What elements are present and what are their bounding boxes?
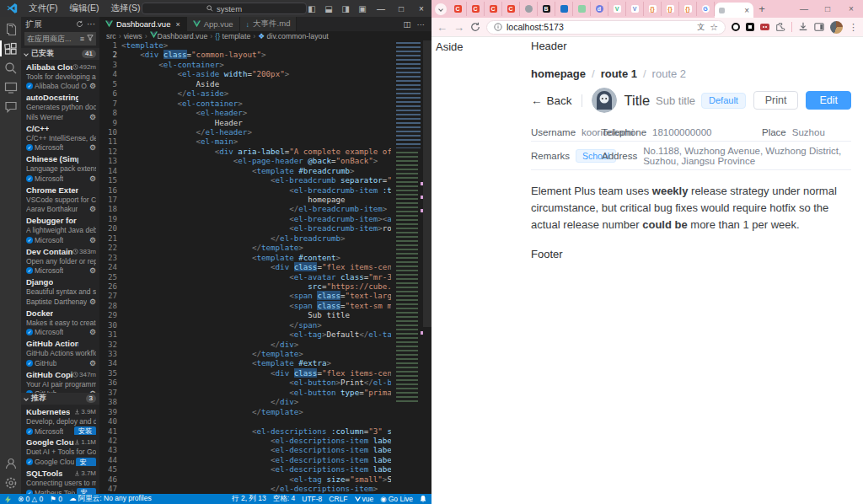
- browser-tab[interactable]: V: [608, 2, 626, 16]
- code-line[interactable]: 5 Aside: [99, 79, 391, 88]
- address-bar[interactable]: localhost:5173 文 ☆: [486, 20, 726, 35]
- profile-avatar[interactable]: [830, 21, 843, 34]
- browser-tab[interactable]: B: [538, 2, 555, 16]
- code-line[interactable]: 36 <el-button>Print</el-button>: [99, 378, 391, 387]
- reload-icon[interactable]: [470, 22, 480, 32]
- code-line[interactable]: 2 <div class="common-layout">: [99, 50, 391, 59]
- editor-tab[interactable]: App.vue: [187, 17, 240, 31]
- refresh-icon[interactable]: [76, 20, 83, 28]
- breadcrumb-item[interactable]: homepage: [531, 67, 586, 80]
- code-line[interactable]: 44 <el-descriptions-item label="Place">S…: [99, 455, 391, 464]
- code-line[interactable]: 6 </el-aside>: [99, 88, 391, 98]
- extension-item[interactable]: Dev Containers383mOpen any folder or rep…: [21, 244, 99, 276]
- extension-item[interactable]: GitHub Copilot347mYour AI pair programme…: [21, 367, 99, 393]
- toggle-secondary-sidebar-icon[interactable]: ◨: [337, 4, 354, 13]
- code-line[interactable]: 4 <el-aside width="200px">: [99, 69, 391, 78]
- activity-search-icon[interactable]: [0, 58, 21, 78]
- back-icon[interactable]: ←: [437, 21, 448, 34]
- extension-item[interactable]: Kubernetes3.9MDevelop, deploy and d...✓M…: [21, 405, 99, 436]
- extension-gear-icon[interactable]: ⚙: [89, 298, 96, 306]
- extension-item[interactable]: DjangoBeautiful syntax and sc...Baptiste…: [21, 275, 99, 306]
- eol-status[interactable]: CRLF: [329, 495, 347, 503]
- code-line[interactable]: 10 </el-header>: [99, 127, 391, 137]
- install-button[interactable]: 安装: [74, 426, 96, 435]
- browser-tab[interactable]: [520, 2, 538, 16]
- breadcrumb-item[interactable]: ❖ div.common-layout: [258, 32, 329, 40]
- extension-gear-icon[interactable]: ⚙: [89, 113, 96, 121]
- code-line[interactable]: 24 <div class="flex items-center">: [99, 262, 391, 271]
- code-line[interactable]: 13 <el-page-header @back="onBack">: [99, 156, 391, 165]
- activity-chat-icon[interactable]: [0, 97, 21, 116]
- code-line[interactable]: 21 </el-breadcrumb>: [99, 233, 391, 243]
- editor-tab[interactable]: ↓大事件.md: [240, 17, 297, 31]
- side-panel-icon[interactable]: [814, 22, 824, 32]
- editor-scrollbar[interactable]: [423, 40, 432, 494]
- menu-item[interactable]: 选择(S): [105, 1, 145, 16]
- close-button[interactable]: ×: [411, 4, 432, 13]
- tab-search-chevron-icon[interactable]: [435, 3, 447, 15]
- site-info-icon[interactable]: [494, 23, 502, 31]
- minimap[interactable]: [391, 40, 423, 494]
- active-browser-tab[interactable]: ×: [715, 3, 753, 18]
- browser-menu-icon[interactable]: ⋮: [849, 22, 858, 33]
- code-line[interactable]: 40: [99, 416, 391, 426]
- browser-tab[interactable]: C: [449, 2, 467, 16]
- command-center-search[interactable]: system: [142, 3, 307, 14]
- code-line[interactable]: 28 <span class="text-sm mr-2" style="col…: [99, 301, 391, 310]
- extension-ring-icon[interactable]: [732, 23, 740, 31]
- bookmark-star-icon[interactable]: ☆: [710, 22, 718, 33]
- activity-remote-icon[interactable]: [0, 78, 21, 97]
- remote-zap-icon[interactable]: [5, 496, 11, 503]
- menu-item[interactable]: 文件(F): [24, 1, 62, 16]
- indentation-status[interactable]: 空格: 4: [273, 494, 295, 504]
- print-button[interactable]: Print: [753, 91, 799, 110]
- minimize-button[interactable]: —: [371, 4, 391, 13]
- extensions-search-input[interactable]: 在应用商店... ≡: [24, 32, 96, 46]
- close-tab-icon[interactable]: ×: [744, 6, 749, 15]
- activity-explorer-icon[interactable]: [0, 19, 21, 39]
- language-mode-status[interactable]: vue: [355, 495, 374, 503]
- encoding-status[interactable]: UTF-8: [302, 495, 322, 503]
- code-line[interactable]: 45 <el-descriptions-item label="Remarks"…: [99, 464, 391, 474]
- code-line[interactable]: 8 <el-header>: [99, 108, 391, 117]
- extension-item[interactable]: Chrome Extension De...VSCode support for…: [21, 183, 99, 214]
- close-tab-icon[interactable]: ×: [175, 20, 180, 29]
- code-line[interactable]: 9 Header: [99, 118, 391, 127]
- menu-item[interactable]: 编辑(E): [64, 1, 104, 16]
- translate-icon[interactable]: 文: [697, 22, 705, 33]
- bell-icon[interactable]: [420, 496, 426, 502]
- code-line[interactable]: 29 Sub title: [99, 310, 391, 319]
- code-line[interactable]: 12 <div aria-label="A complete example o…: [99, 147, 391, 156]
- browser-tab[interactable]: {}: [644, 2, 662, 16]
- funnel-icon[interactable]: [87, 35, 94, 41]
- extension-item[interactable]: Debugger for JavaA lightweight Java deb.…: [21, 213, 99, 244]
- extension-item[interactable]: GitHub ActionsGitHub Actions workflo...✓…: [21, 336, 99, 367]
- code-line[interactable]: 25 <el-avatar class="mr-3" :size="32": [99, 272, 391, 281]
- browser-tab[interactable]: C: [502, 2, 520, 16]
- browser-tab[interactable]: {}: [662, 2, 679, 16]
- code-line[interactable]: 20 <el-breadcrumb-item>route 2</el-bread…: [99, 223, 391, 233]
- browser-tab[interactable]: G: [697, 2, 715, 16]
- code-line[interactable]: 7 <el-container>: [99, 99, 391, 108]
- browser-tab[interactable]: V: [626, 2, 644, 16]
- extension-gear-icon[interactable]: ⚙: [89, 205, 96, 213]
- browser-tab[interactable]: C: [467, 2, 485, 16]
- extension-item[interactable]: Google Clou...1.1MDuet AI + Tools for Go…: [21, 435, 99, 466]
- section-installed[interactable]: 已安装 41: [21, 48, 99, 60]
- extension-gear-icon[interactable]: ⚙: [89, 266, 96, 275]
- code-line[interactable]: 31 <el-tag>Default</el-tag>: [99, 330, 391, 339]
- new-tab-button[interactable]: +: [753, 3, 770, 15]
- more-actions-icon[interactable]: ···: [87, 19, 95, 29]
- extension-item[interactable]: autoDocstring - Pyth...Generates python …: [21, 90, 99, 121]
- code-line[interactable]: 46 <el-tag size="small">School</el-tag>: [99, 475, 391, 484]
- browser-tab[interactable]: {}: [679, 2, 697, 16]
- section-recommended[interactable]: 推荐 3: [21, 393, 99, 405]
- code-line[interactable]: 35 <div class="flex items-center">: [99, 368, 391, 378]
- code-line[interactable]: 26 src="https://cube.elemecdn.com/9/c2/f…: [99, 281, 391, 291]
- code-line[interactable]: 42 <el-descriptions-item label="Username…: [99, 436, 391, 445]
- extension-item[interactable]: DockerMakes it easy to create...✓Microso…: [21, 306, 99, 337]
- extension-gear-icon[interactable]: ⚙: [89, 236, 96, 244]
- breadcrumb-item[interactable]: views: [124, 32, 142, 40]
- editor-breadcrumbs[interactable]: src›views›Dashboard.vue›{} template›❖ di…: [99, 31, 432, 40]
- ports-status[interactable]: ⚑ 0: [50, 495, 62, 503]
